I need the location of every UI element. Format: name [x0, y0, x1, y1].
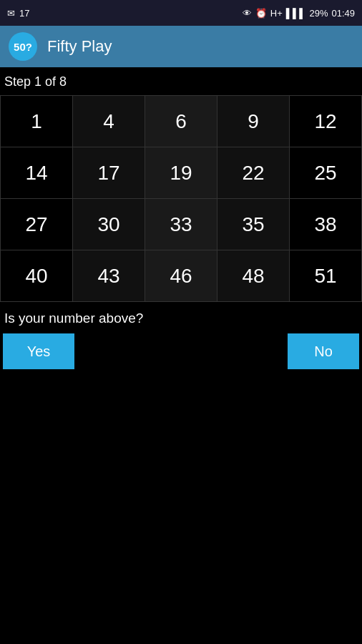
- grid-cell[interactable]: 6: [145, 96, 217, 147]
- eye-icon: 👁: [243, 8, 252, 19]
- grid-cell[interactable]: 14: [1, 147, 73, 199]
- app-header: 50? Fifty Play: [0, 26, 362, 67]
- status-left: ✉ 17: [7, 8, 29, 19]
- no-button[interactable]: No: [288, 333, 359, 369]
- question-text: Is your number above?: [0, 302, 362, 333]
- alarm-icon: ⏰: [255, 8, 267, 19]
- grid-cell[interactable]: 30: [73, 199, 145, 250]
- battery-level: 29%: [309, 8, 328, 19]
- step-label: Step 1 of 8: [0, 67, 362, 95]
- grid-cell[interactable]: 1: [1, 96, 73, 147]
- grid-cell[interactable]: 35: [217, 199, 290, 250]
- grid-cell[interactable]: 22: [217, 147, 290, 199]
- app-title: Fifty Play: [47, 37, 112, 56]
- signal-icon: ▌▌▌: [286, 8, 306, 19]
- grid-cell[interactable]: 4: [73, 96, 145, 147]
- yes-button[interactable]: Yes: [3, 333, 74, 369]
- grid-cell[interactable]: 48: [217, 250, 290, 302]
- network-icon: H+: [270, 8, 283, 19]
- app-icon: 50?: [9, 32, 37, 61]
- grid-cell[interactable]: 27: [1, 199, 73, 250]
- app-icon-label: 50?: [14, 41, 32, 53]
- time-display: 01:49: [331, 8, 355, 19]
- number-grid: 146912141719222527303335384043464851: [0, 95, 362, 302]
- grid-cell[interactable]: 12: [290, 96, 362, 147]
- grid-cell[interactable]: 40: [1, 250, 73, 302]
- grid-cell[interactable]: 25: [290, 147, 362, 199]
- grid-cell[interactable]: 51: [290, 250, 362, 302]
- notification-count: 17: [19, 8, 29, 19]
- status-right: 👁 ⏰ H+ ▌▌▌ 29% 01:49: [243, 8, 355, 19]
- main-content: Step 1 of 8 1469121417192225273033353840…: [0, 67, 362, 369]
- grid-cell[interactable]: 17: [73, 147, 145, 199]
- grid-cell[interactable]: 9: [217, 96, 290, 147]
- grid-cell[interactable]: 46: [145, 250, 217, 302]
- button-row: Yes No: [0, 333, 362, 369]
- grid-cell[interactable]: 43: [73, 250, 145, 302]
- grid-cell[interactable]: 33: [145, 199, 217, 250]
- email-icon: ✉: [7, 8, 15, 19]
- grid-cell[interactable]: 38: [290, 199, 362, 250]
- status-bar: ✉ 17 👁 ⏰ H+ ▌▌▌ 29% 01:49: [0, 0, 362, 26]
- grid-cell[interactable]: 19: [145, 147, 217, 199]
